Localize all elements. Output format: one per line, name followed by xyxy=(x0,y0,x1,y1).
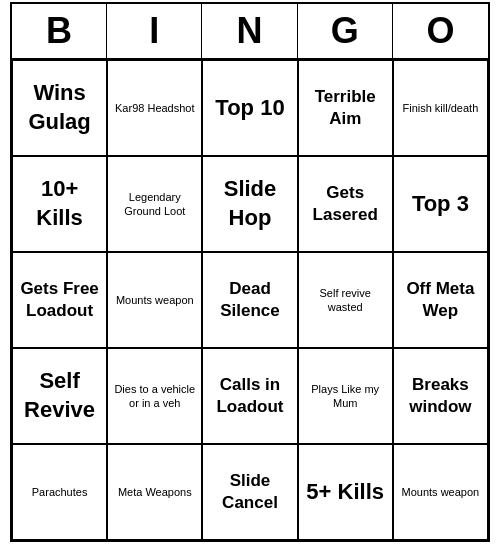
header-letter: G xyxy=(298,4,393,58)
bingo-grid: Wins GulagKar98 HeadshotTop 10Terrible A… xyxy=(12,60,488,540)
header-letter: I xyxy=(107,4,202,58)
bingo-cell[interactable]: Slide Hop xyxy=(202,156,297,252)
bingo-cell[interactable]: Plays Like my Mum xyxy=(298,348,393,444)
bingo-cell[interactable]: Breaks window xyxy=(393,348,488,444)
bingo-cell[interactable]: 5+ Kills xyxy=(298,444,393,540)
bingo-cell[interactable]: Kar98 Headshot xyxy=(107,60,202,156)
bingo-cell[interactable]: Parachutes xyxy=(12,444,107,540)
bingo-cell[interactable]: Top 3 xyxy=(393,156,488,252)
bingo-cell[interactable]: Wins Gulag xyxy=(12,60,107,156)
bingo-cell[interactable]: Dead Silence xyxy=(202,252,297,348)
bingo-cell[interactable]: Self Revive xyxy=(12,348,107,444)
bingo-cell[interactable]: Gets Free Loadout xyxy=(12,252,107,348)
bingo-cell[interactable]: Slide Cancel xyxy=(202,444,297,540)
bingo-cell[interactable]: Mounts weapon xyxy=(393,444,488,540)
bingo-cell[interactable]: Gets Lasered xyxy=(298,156,393,252)
bingo-card: BINGO Wins GulagKar98 HeadshotTop 10Terr… xyxy=(10,2,490,542)
bingo-cell[interactable]: Finish kill/death xyxy=(393,60,488,156)
bingo-cell[interactable]: Calls in Loadout xyxy=(202,348,297,444)
header-letter: B xyxy=(12,4,107,58)
header-letter: N xyxy=(202,4,297,58)
bingo-cell[interactable]: Mounts weapon xyxy=(107,252,202,348)
bingo-cell[interactable]: Terrible Aim xyxy=(298,60,393,156)
bingo-cell[interactable]: Top 10 xyxy=(202,60,297,156)
bingo-cell[interactable]: Self revive wasted xyxy=(298,252,393,348)
bingo-cell[interactable]: Legendary Ground Loot xyxy=(107,156,202,252)
bingo-cell[interactable]: 10+ Kills xyxy=(12,156,107,252)
bingo-cell[interactable]: Meta Weapons xyxy=(107,444,202,540)
bingo-cell[interactable]: Dies to a vehicle or in a veh xyxy=(107,348,202,444)
header-letter: O xyxy=(393,4,488,58)
bingo-header: BINGO xyxy=(12,4,488,60)
bingo-cell[interactable]: Off Meta Wep xyxy=(393,252,488,348)
